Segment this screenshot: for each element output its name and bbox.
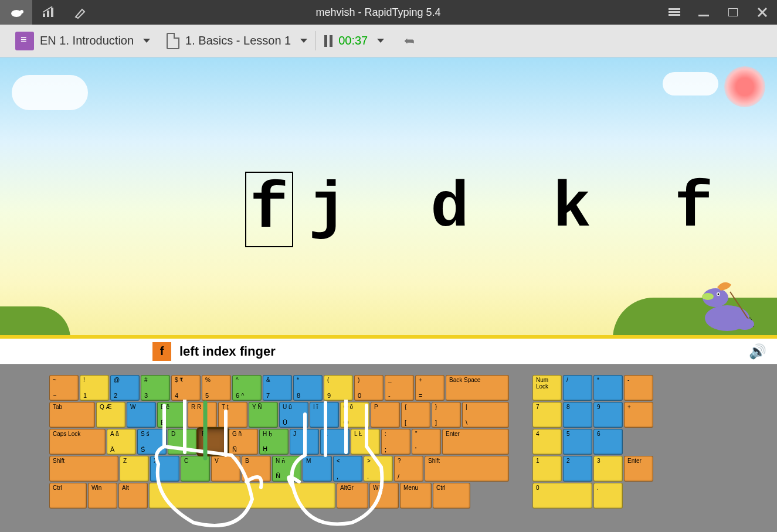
svg-rect-5: [669, 8, 680, 10]
menu-button[interactable]: [660, 0, 689, 25]
key-caps-lock[interactable]: Caps Lock: [49, 429, 106, 455]
key-1[interactable]: 1: [532, 456, 562, 482]
key--[interactable]: *8: [293, 375, 323, 401]
course-selector[interactable]: EN 1. Introduction: [7, 25, 158, 57]
key--[interactable]: /: [563, 375, 592, 401]
key--[interactable]: :;: [381, 429, 410, 455]
key-k[interactable]: K: [320, 429, 350, 455]
key--[interactable]: %5: [202, 375, 231, 401]
key-r-r[interactable]: R R: [188, 402, 217, 428]
maximize-button[interactable]: [718, 0, 748, 25]
key--[interactable]: #3: [141, 375, 170, 401]
key-win[interactable]: Win: [369, 483, 399, 509]
key-tab[interactable]: Tab: [49, 402, 95, 428]
key--[interactable]: *: [593, 375, 623, 401]
sun-decoration: [724, 66, 765, 107]
key-x[interactable]: X: [150, 456, 179, 482]
minimize-button[interactable]: [689, 0, 718, 25]
key--[interactable]: $ ₹4: [171, 375, 201, 401]
key--[interactable]: +=: [415, 375, 445, 401]
key-d[interactable]: D: [168, 429, 197, 455]
key--[interactable]: >.: [364, 456, 393, 482]
key-o-[interactable]: O ōŌ: [340, 402, 369, 428]
key--[interactable]: "': [412, 429, 441, 455]
key-ctrl[interactable]: Ctrl: [49, 483, 87, 509]
key-i-[interactable]: I ï: [310, 402, 339, 428]
key--[interactable]: @2: [110, 375, 140, 401]
key-v[interactable]: V: [211, 456, 240, 482]
key-shift[interactable]: Shift: [425, 456, 509, 482]
key--[interactable]: ?/: [394, 456, 423, 482]
key-n-[interactable]: N ṅṄ: [272, 456, 301, 482]
tab-highlighter[interactable]: [65, 0, 97, 25]
key-alt[interactable]: Alt: [118, 483, 148, 509]
key-w[interactable]: W: [127, 402, 156, 428]
key--[interactable]: }]: [432, 402, 461, 428]
key--[interactable]: ~~: [49, 375, 79, 401]
key-menu[interactable]: Menu: [400, 483, 432, 509]
undo-button[interactable]: ➦: [404, 33, 415, 49]
key-u-[interactable]: U ûÛ: [279, 402, 308, 428]
key-back-space[interactable]: Back Space: [446, 375, 509, 401]
key-s-[interactable]: S śŚ: [137, 429, 167, 455]
key-2[interactable]: 2: [563, 456, 592, 482]
key-num-lock[interactable]: Num Lock: [532, 375, 562, 401]
key-ctrl[interactable]: Ctrl: [433, 483, 470, 509]
key-enter[interactable]: Enter: [624, 456, 653, 482]
close-button[interactable]: [748, 0, 777, 25]
svg-point-16: [718, 294, 720, 295]
key-5[interactable]: 5: [563, 429, 592, 455]
key-t-[interactable]: T ţ: [218, 402, 247, 428]
key-b[interactable]: B: [242, 456, 271, 482]
key-6[interactable]: 6: [593, 429, 623, 455]
key--[interactable]: !1: [80, 375, 109, 401]
key--[interactable]: &7: [263, 375, 292, 401]
key-y-[interactable]: Y Ñ: [249, 402, 278, 428]
key--[interactable]: -: [624, 375, 653, 401]
svg-point-18: [735, 318, 754, 330]
key-g-[interactable]: G ñÑ: [229, 429, 258, 455]
key--[interactable]: {[: [401, 402, 430, 428]
key-shift[interactable]: Shift: [49, 456, 118, 482]
key-c[interactable]: C: [181, 456, 210, 482]
chevron-down-icon: [143, 39, 150, 43]
key-h-[interactable]: H ḥḤ: [259, 429, 289, 455]
key--[interactable]: |\: [462, 402, 509, 428]
lesson-selector[interactable]: 1. Basics - Lesson 1: [158, 25, 315, 57]
svg-point-14: [702, 293, 714, 300]
key-enter[interactable]: Enter: [442, 429, 509, 455]
key-8[interactable]: 8: [563, 402, 592, 428]
key--[interactable]: )0: [354, 375, 384, 401]
key-m[interactable]: M: [303, 456, 332, 482]
key-j[interactable]: J: [290, 429, 319, 455]
key-3[interactable]: 3: [593, 456, 623, 482]
svg-rect-4: [51, 8, 53, 17]
key-win[interactable]: Win: [88, 483, 117, 509]
pause-button[interactable]: [324, 35, 332, 47]
key-f[interactable]: F: [198, 429, 228, 455]
key-space[interactable]: [149, 483, 335, 509]
tab-turtle[interactable]: [0, 0, 32, 25]
key-altgr[interactable]: AltGr: [337, 483, 368, 509]
cloud-decoration: [12, 75, 88, 110]
key--[interactable]: +: [624, 402, 653, 428]
key--[interactable]: .: [593, 483, 623, 509]
key--[interactable]: <,: [333, 456, 362, 482]
key-p[interactable]: P: [371, 402, 400, 428]
key-z[interactable]: Z: [120, 456, 149, 482]
key-9[interactable]: 9: [593, 402, 623, 428]
tab-stats[interactable]: [32, 0, 65, 25]
chevron-down-icon[interactable]: [377, 39, 384, 43]
speaker-icon[interactable]: 🔊: [749, 343, 766, 360]
key-0[interactable]: 0: [532, 483, 592, 509]
svg-rect-9: [728, 8, 738, 16]
key-q-[interactable]: Q Æ: [96, 402, 125, 428]
key--[interactable]: (9: [324, 375, 353, 401]
key-7[interactable]: 7: [532, 402, 562, 428]
key-4[interactable]: 4: [532, 429, 562, 455]
key-a-[interactable]: A āĀ: [107, 429, 136, 455]
key--[interactable]: ^6 ^: [232, 375, 262, 401]
key--[interactable]: _-: [385, 375, 414, 401]
key-e-[interactable]: E ēÊ: [157, 402, 186, 428]
key-l-[interactable]: L Ł: [351, 429, 380, 455]
